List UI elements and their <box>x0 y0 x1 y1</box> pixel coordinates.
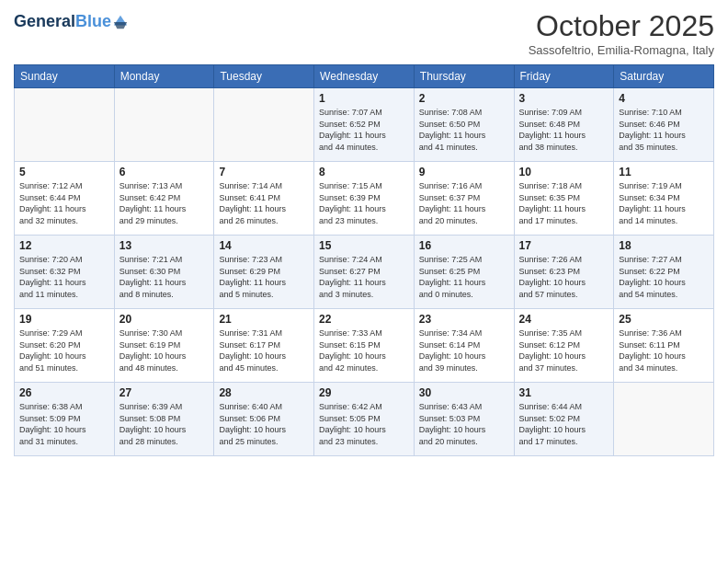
day-number: 13 <box>119 239 210 252</box>
day-number: 20 <box>119 313 210 326</box>
day-number: 4 <box>619 92 709 105</box>
calendar-cell: 15Sunrise: 7:24 AM Sunset: 6:27 PM Dayli… <box>314 236 415 309</box>
page-header: GeneralBlue October 2025 Sassofeltrio, E… <box>14 9 714 57</box>
col-header-friday: Friday <box>514 65 614 88</box>
day-number: 11 <box>619 166 709 178</box>
location: Sassofeltrio, Emilia-Romagna, Italy <box>529 43 714 57</box>
day-number: 24 <box>519 313 609 326</box>
week-row-2: 5Sunrise: 7:12 AM Sunset: 6:44 PM Daylig… <box>15 162 714 236</box>
calendar-cell <box>114 88 214 162</box>
cell-content: Sunrise: 6:44 AM Sunset: 5:02 PM Dayligh… <box>519 401 609 447</box>
svg-marker-1 <box>114 22 127 29</box>
cell-content: Sunrise: 7:31 AM Sunset: 6:17 PM Dayligh… <box>219 327 309 373</box>
title-block: October 2025 Sassofeltrio, Emilia-Romagn… <box>529 9 714 57</box>
day-number: 25 <box>619 313 709 326</box>
calendar-cell: 5Sunrise: 7:12 AM Sunset: 6:44 PM Daylig… <box>15 162 115 236</box>
calendar-cell <box>214 88 314 162</box>
calendar-cell: 10Sunrise: 7:18 AM Sunset: 6:35 PM Dayli… <box>514 162 614 236</box>
calendar-cell: 8Sunrise: 7:15 AM Sunset: 6:39 PM Daylig… <box>314 162 415 236</box>
calendar-cell: 13Sunrise: 7:21 AM Sunset: 6:30 PM Dayli… <box>114 236 214 309</box>
cell-content: Sunrise: 7:30 AM Sunset: 6:19 PM Dayligh… <box>119 327 210 373</box>
day-number: 17 <box>519 239 609 252</box>
cell-content: Sunrise: 7:15 AM Sunset: 6:39 PM Dayligh… <box>319 180 409 226</box>
cell-content: Sunrise: 7:27 AM Sunset: 6:22 PM Dayligh… <box>619 254 709 300</box>
logo-text: GeneralBlue <box>14 13 111 31</box>
cell-content: Sunrise: 7:09 AM Sunset: 6:48 PM Dayligh… <box>519 107 609 153</box>
col-header-saturday: Saturday <box>614 65 714 88</box>
cell-content: Sunrise: 7:24 AM Sunset: 6:27 PM Dayligh… <box>319 254 409 300</box>
day-number: 12 <box>19 239 109 252</box>
day-number: 5 <box>19 166 109 178</box>
calendar-cell: 27Sunrise: 6:39 AM Sunset: 5:08 PM Dayli… <box>114 383 214 456</box>
cell-content: Sunrise: 7:07 AM Sunset: 6:52 PM Dayligh… <box>319 107 409 153</box>
day-number: 26 <box>19 386 109 399</box>
day-number: 6 <box>119 166 210 178</box>
week-row-3: 12Sunrise: 7:20 AM Sunset: 6:32 PM Dayli… <box>15 236 714 309</box>
cell-content: Sunrise: 7:21 AM Sunset: 6:30 PM Dayligh… <box>119 254 210 300</box>
cell-content: Sunrise: 6:38 AM Sunset: 5:09 PM Dayligh… <box>19 401 109 447</box>
cell-content: Sunrise: 7:20 AM Sunset: 6:32 PM Dayligh… <box>19 254 109 300</box>
cell-content: Sunrise: 6:42 AM Sunset: 5:05 PM Dayligh… <box>319 401 409 447</box>
calendar-table: SundayMondayTuesdayWednesdayThursdayFrid… <box>14 64 714 456</box>
cell-content: Sunrise: 7:36 AM Sunset: 6:11 PM Dayligh… <box>619 327 709 373</box>
cell-content: Sunrise: 7:14 AM Sunset: 6:41 PM Dayligh… <box>219 180 309 226</box>
calendar-cell: 9Sunrise: 7:16 AM Sunset: 6:37 PM Daylig… <box>414 162 514 236</box>
cell-content: Sunrise: 7:23 AM Sunset: 6:29 PM Dayligh… <box>219 254 309 300</box>
calendar-cell: 4Sunrise: 7:10 AM Sunset: 6:46 PM Daylig… <box>614 88 714 162</box>
calendar-cell: 22Sunrise: 7:33 AM Sunset: 6:15 PM Dayli… <box>314 309 415 383</box>
day-number: 30 <box>419 386 509 399</box>
week-row-5: 26Sunrise: 6:38 AM Sunset: 5:09 PM Dayli… <box>15 383 714 456</box>
day-number: 2 <box>419 92 509 105</box>
logo: GeneralBlue <box>14 13 129 31</box>
day-number: 22 <box>319 313 409 326</box>
calendar-cell: 29Sunrise: 6:42 AM Sunset: 5:05 PM Dayli… <box>314 383 415 456</box>
col-header-wednesday: Wednesday <box>314 65 415 88</box>
cell-content: Sunrise: 7:33 AM Sunset: 6:15 PM Dayligh… <box>319 327 409 373</box>
cell-content: Sunrise: 7:29 AM Sunset: 6:20 PM Dayligh… <box>19 327 109 373</box>
day-number: 7 <box>219 166 309 178</box>
day-number: 10 <box>519 166 609 178</box>
day-number: 18 <box>619 239 709 252</box>
cell-content: Sunrise: 7:18 AM Sunset: 6:35 PM Dayligh… <box>519 180 609 226</box>
calendar-cell: 12Sunrise: 7:20 AM Sunset: 6:32 PM Dayli… <box>15 236 115 309</box>
day-number: 28 <box>219 386 309 399</box>
day-number: 16 <box>419 239 509 252</box>
cell-content: Sunrise: 7:13 AM Sunset: 6:42 PM Dayligh… <box>119 180 210 226</box>
calendar-cell: 28Sunrise: 6:40 AM Sunset: 5:06 PM Dayli… <box>214 383 314 456</box>
calendar-cell: 6Sunrise: 7:13 AM Sunset: 6:42 PM Daylig… <box>114 162 214 236</box>
day-number: 29 <box>319 386 409 399</box>
col-header-thursday: Thursday <box>414 65 514 88</box>
cell-content: Sunrise: 7:16 AM Sunset: 6:37 PM Dayligh… <box>419 180 509 226</box>
calendar-cell: 11Sunrise: 7:19 AM Sunset: 6:34 PM Dayli… <box>614 162 714 236</box>
calendar-cell: 20Sunrise: 7:30 AM Sunset: 6:19 PM Dayli… <box>114 309 214 383</box>
cell-content: Sunrise: 7:34 AM Sunset: 6:14 PM Dayligh… <box>419 327 509 373</box>
day-number: 3 <box>519 92 609 105</box>
week-row-1: 1Sunrise: 7:07 AM Sunset: 6:52 PM Daylig… <box>15 88 714 162</box>
calendar-cell: 19Sunrise: 7:29 AM Sunset: 6:20 PM Dayli… <box>15 309 115 383</box>
calendar-cell: 30Sunrise: 6:43 AM Sunset: 5:03 PM Dayli… <box>414 383 514 456</box>
calendar-cell: 16Sunrise: 7:25 AM Sunset: 6:25 PM Dayli… <box>414 236 514 309</box>
col-header-tuesday: Tuesday <box>214 65 314 88</box>
calendar-cell: 17Sunrise: 7:26 AM Sunset: 6:23 PM Dayli… <box>514 236 614 309</box>
cell-content: Sunrise: 7:08 AM Sunset: 6:50 PM Dayligh… <box>419 107 509 153</box>
day-number: 1 <box>319 92 409 105</box>
cell-content: Sunrise: 7:35 AM Sunset: 6:12 PM Dayligh… <box>519 327 609 373</box>
header-row: SundayMondayTuesdayWednesdayThursdayFrid… <box>15 65 714 88</box>
calendar-cell <box>614 383 714 456</box>
cell-content: Sunrise: 7:25 AM Sunset: 6:25 PM Dayligh… <box>419 254 509 300</box>
day-number: 23 <box>419 313 509 326</box>
day-number: 8 <box>319 166 409 178</box>
calendar-cell <box>15 88 115 162</box>
day-number: 19 <box>19 313 109 326</box>
calendar-cell: 2Sunrise: 7:08 AM Sunset: 6:50 PM Daylig… <box>414 88 514 162</box>
calendar-cell: 14Sunrise: 7:23 AM Sunset: 6:29 PM Dayli… <box>214 236 314 309</box>
day-number: 27 <box>119 386 210 399</box>
day-number: 14 <box>219 239 309 252</box>
cell-content: Sunrise: 7:10 AM Sunset: 6:46 PM Dayligh… <box>619 107 709 153</box>
day-number: 21 <box>219 313 309 326</box>
cell-content: Sunrise: 7:19 AM Sunset: 6:34 PM Dayligh… <box>619 180 709 226</box>
day-number: 15 <box>319 239 409 252</box>
cell-content: Sunrise: 6:43 AM Sunset: 5:03 PM Dayligh… <box>419 401 509 447</box>
calendar-cell: 7Sunrise: 7:14 AM Sunset: 6:41 PM Daylig… <box>214 162 314 236</box>
calendar-cell: 18Sunrise: 7:27 AM Sunset: 6:22 PM Dayli… <box>614 236 714 309</box>
